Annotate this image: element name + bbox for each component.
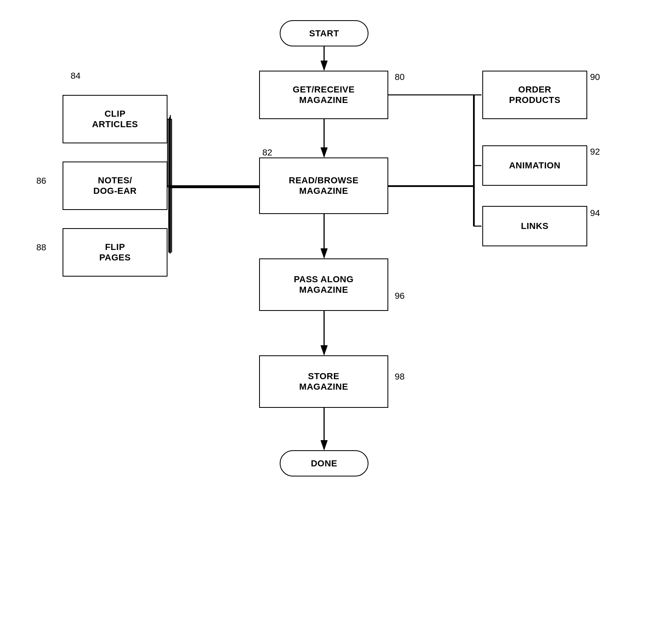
links-node: LINKS: [482, 206, 587, 246]
get-receive-node: GET/RECEIVEMAGAZINE: [259, 71, 388, 119]
notes-dogear-label: NOTES/DOG-EAR: [93, 175, 136, 196]
animation-label: ANIMATION: [509, 160, 561, 171]
pass-along-node: PASS ALONGMAGAZINE: [259, 258, 388, 311]
ref-94: 94: [590, 208, 600, 218]
ref-86: 86: [36, 176, 46, 186]
animation-node: ANIMATION: [482, 145, 587, 186]
pass-along-label: PASS ALONGMAGAZINE: [294, 274, 354, 295]
ref-80: 80: [395, 72, 404, 82]
ref-92: 92: [590, 147, 600, 157]
right-connections: [388, 95, 481, 226]
flip-pages-node: FLIPPAGES: [63, 228, 167, 277]
start-label: START: [309, 28, 339, 39]
ref-84: 84: [71, 71, 80, 81]
read-browse-node: READ/BROWSEMAGAZINE: [259, 157, 388, 214]
links-label: LINKS: [521, 221, 549, 231]
clip-articles-label: CLIPARTICLES: [92, 109, 138, 130]
ref-82: 82: [262, 147, 272, 158]
store-magazine-label: STOREMAGAZINE: [299, 371, 348, 392]
ref-88: 88: [36, 242, 46, 253]
ref-90: 90: [590, 72, 600, 82]
done-label: DONE: [311, 458, 337, 469]
order-products-node: ORDERPRODUCTS: [482, 71, 587, 119]
start-node: START: [280, 20, 368, 46]
notes-dogear-node: NOTES/DOG-EAR: [63, 162, 167, 210]
order-products-label: ORDERPRODUCTS: [509, 84, 560, 105]
flowchart-diagram: START GET/RECEIVEMAGAZINE 80 READ/BROWSE…: [0, 0, 672, 617]
left-connections: [169, 119, 259, 252]
done-node: DONE: [280, 450, 368, 476]
clip-articles-node: CLIPARTICLES: [63, 95, 167, 143]
get-receive-label: GET/RECEIVEMAGAZINE: [293, 84, 354, 105]
flip-pages-label: FLIPPAGES: [99, 242, 131, 263]
store-magazine-node: STOREMAGAZINE: [259, 355, 388, 408]
ref-96: 96: [395, 291, 404, 301]
ref-98: 98: [395, 371, 404, 382]
read-browse-label: READ/BROWSEMAGAZINE: [289, 175, 359, 196]
line-read-to-clip: [167, 119, 259, 186]
